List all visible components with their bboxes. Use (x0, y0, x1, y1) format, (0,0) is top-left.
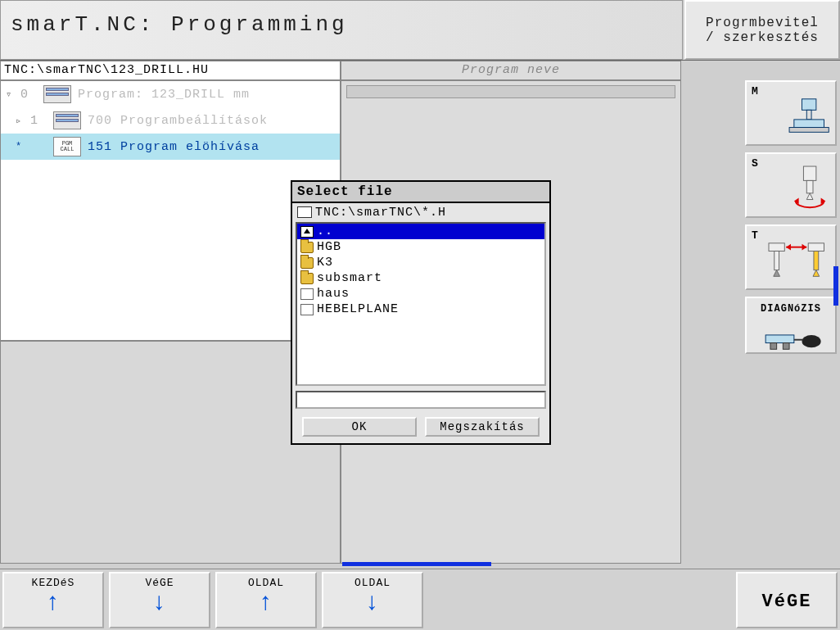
file-item-folder[interactable]: K3 (297, 255, 544, 270)
scroll-indicator (833, 266, 838, 306)
tree-index: 1 (30, 114, 53, 128)
file-item-file[interactable]: haus (297, 286, 544, 301)
marker-icon: * (16, 141, 30, 152)
tree-item[interactable]: * PGMCALL 151 Program elöhívása (1, 134, 340, 160)
svg-rect-3 (789, 128, 829, 133)
program-icon (43, 85, 71, 103)
softkey-start[interactable]: KEZDéS ↑ (2, 572, 104, 628)
softkey-label: VéGE (145, 577, 174, 589)
expand-icon[interactable]: ▿ (6, 88, 20, 101)
file-item-file[interactable]: HEBELPLANE (297, 301, 544, 317)
program-tree[interactable]: ▿ 0 Program: 123_DRILL mm ▹ 1 700 Progra… (0, 80, 341, 341)
tree-item[interactable]: ▹ 1 700 Programbeállítások (1, 107, 340, 134)
svg-rect-19 (770, 343, 777, 350)
mode-line2: / szerkesztés (706, 30, 819, 45)
program-name-header: Program neve (341, 61, 681, 80)
dialog-title: Select file (292, 182, 549, 203)
side-button-m[interactable]: M (745, 80, 837, 146)
file-name: .. (317, 224, 333, 238)
arrow-down-icon: ↓ (364, 591, 380, 615)
file-item-folder[interactable]: HGB (297, 239, 544, 255)
svg-rect-18 (765, 335, 794, 343)
file-name: K3 (317, 256, 333, 270)
spindle-icon (747, 161, 835, 218)
svg-marker-11 (774, 270, 780, 277)
svg-rect-0 (802, 99, 816, 111)
select-file-dialog: Select file TNC:\smarTNC\*.H .. HGB K3 s… (291, 180, 551, 445)
svg-marker-16 (786, 244, 791, 251)
program-path: TNC:\smarTNC\123_DRILL.HU (0, 61, 341, 80)
softkey-label: OLDAL (355, 577, 391, 589)
expand-icon[interactable]: ▹ (16, 115, 30, 127)
arrow-down-icon: ↓ (151, 591, 167, 615)
softkey-end[interactable]: VéGE ↓ (109, 572, 210, 628)
svg-rect-1 (806, 110, 811, 120)
mode-line1: Progrmbevitel (706, 16, 819, 30)
softkey-label: OLDAL (248, 577, 284, 589)
cancel-button[interactable]: Megszakítás (425, 417, 540, 437)
svg-rect-13 (814, 251, 819, 270)
folder-icon (300, 273, 314, 284)
file-name: haus (317, 287, 350, 301)
side-button-t[interactable]: T (745, 224, 837, 290)
tree-lower-panel (0, 341, 341, 564)
mode-indicator: Progrmbevitel / szerkesztés (684, 0, 840, 60)
file-name: HEBELPLANE (317, 302, 399, 316)
svg-marker-14 (813, 270, 820, 277)
dialog-path: TNC:\smarTNC\*.H (292, 203, 549, 222)
svg-rect-5 (806, 180, 813, 193)
svg-rect-12 (808, 243, 824, 252)
tree-item[interactable]: ▿ 0 Program: 123_DRILL mm (1, 81, 340, 107)
softkey-label: KEZDéS (32, 577, 75, 589)
softkey-page-down[interactable]: OLDAL ↓ (322, 572, 423, 628)
svg-rect-4 (803, 166, 815, 180)
file-name: HGB (317, 240, 341, 254)
svg-rect-10 (775, 251, 779, 270)
program-name-field[interactable] (346, 85, 675, 98)
file-item-parent[interactable]: .. (297, 224, 544, 239)
machine-icon (747, 88, 835, 146)
svg-rect-2 (794, 120, 824, 128)
side-button-s[interactable]: S (745, 152, 837, 218)
svg-marker-6 (806, 193, 813, 200)
up-folder-icon (300, 226, 314, 238)
arrow-up-icon: ↑ (45, 591, 61, 615)
file-icon (300, 304, 314, 315)
file-item-folder[interactable]: subsmart (297, 270, 544, 286)
pgm-call-icon: PGMCALL (53, 137, 81, 156)
settings-icon (53, 111, 81, 129)
file-icon (300, 288, 314, 300)
svg-point-21 (802, 335, 821, 347)
tree-label: Program: 123_DRILL mm (78, 88, 250, 102)
filename-input[interactable] (296, 391, 546, 409)
svg-rect-9 (769, 243, 784, 252)
diagnosis-icon (747, 305, 835, 362)
folder-icon (300, 257, 314, 269)
file-name: subsmart (317, 271, 382, 285)
tree-index: 0 (20, 88, 43, 102)
tree-label: 151 Program elöhívása (88, 140, 260, 154)
tree-label: 700 Programbeállítások (88, 114, 268, 128)
folder-icon (300, 242, 314, 253)
svg-rect-20 (783, 343, 789, 350)
softkey-label: VéGE (762, 591, 812, 612)
tool-icon (747, 233, 835, 290)
progress-indicator (342, 562, 491, 566)
softkey-page-up[interactable]: OLDAL ↑ (215, 572, 317, 628)
app-title: smarT.NC: Programming (0, 0, 683, 60)
softkey-exit[interactable]: VéGE (736, 572, 838, 628)
svg-marker-17 (802, 244, 807, 251)
file-list[interactable]: .. HGB K3 subsmart haus HEBELPLANE (296, 222, 546, 386)
ok-button[interactable]: OK (302, 417, 417, 437)
arrow-up-icon: ↑ (258, 591, 273, 615)
side-button-diagnosis[interactable]: DIAGNóZIS (745, 297, 837, 354)
